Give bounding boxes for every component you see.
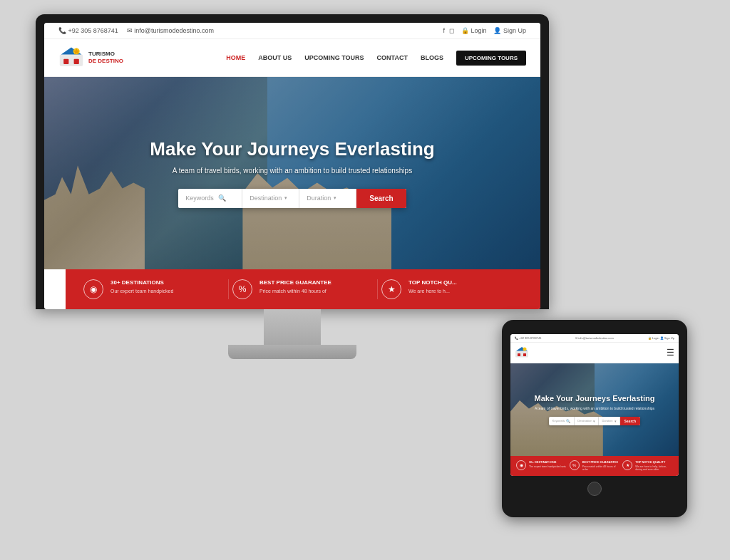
feature-quality: ★ TOP NOTCH QU... We are here to h... xyxy=(378,279,526,299)
instagram-icon[interactable]: ◻ xyxy=(449,27,454,34)
site-hero: Make Your Journeys Everlasting A team of… xyxy=(44,77,540,269)
monitor-stand-base xyxy=(228,345,356,359)
tablet-destination-chevron-icon: ▾ xyxy=(593,419,595,423)
tablet-auth: 🔒 Login 👤 Sign Up xyxy=(648,336,674,340)
keywords-text: Keywords xyxy=(185,195,214,202)
tablet-feature-quality-title: TOP NOTCH QUALITY xyxy=(635,460,673,464)
email-address: ✉ info@turismodedestino.com xyxy=(127,27,214,34)
signup-link[interactable]: 👤 Sign Up xyxy=(493,27,526,34)
tablet-duration-select[interactable]: Duration ▾ xyxy=(599,417,620,425)
tablet-search-icon: 🔍 xyxy=(566,419,570,423)
email-icon: ✉ xyxy=(127,27,133,34)
tablet-quality-icon: ★ xyxy=(622,460,632,470)
tablet-keywords-text: Keywords xyxy=(552,419,565,422)
svg-rect-9 xyxy=(523,353,526,356)
monitor-stand-neck xyxy=(264,309,321,345)
destination-text: Destination xyxy=(250,195,282,202)
features-left-strip xyxy=(44,269,66,309)
tablet-feature-price-desc: Price match within 48 hours of order xyxy=(582,465,620,472)
feature-destinations: ◉ 30+ DESTINATIONS Our expert team handp… xyxy=(80,279,229,299)
tablet-navbar: ☰ xyxy=(510,343,679,363)
tablet-feature-quality-desc: We are here to help, before, during and … xyxy=(635,465,673,472)
tablet-hero: Make Your Journeys Everlasting A team of… xyxy=(510,363,679,456)
svg-point-10 xyxy=(523,347,527,351)
phone-number: 📞 +92 305 8768741 xyxy=(58,27,118,34)
nav-links: HOME ABOUT US UPCOMING TOURS CONTACT BLO… xyxy=(226,51,526,66)
monitor-bezel: 📞 +92 305 8768741 ✉ info@turismodedestin… xyxy=(36,14,549,309)
tablet-keywords-input[interactable]: Keywords 🔍 xyxy=(549,417,575,425)
scene: 📞 +92 305 8768741 ✉ info@turismodedestin… xyxy=(0,0,730,560)
nav-contact[interactable]: CONTACT xyxy=(377,54,408,61)
feature-destinations-desc: Our expert team handpicked xyxy=(110,288,173,294)
tablet-device: 📞 +92 305 8768741 ✉ info@turismodedestin… xyxy=(502,320,687,517)
tablet-quality-text: TOP NOTCH QUALITY We are here to help, b… xyxy=(635,460,673,472)
topbar-right: f ◻ 🔒 Login 👤 Sign Up xyxy=(443,27,526,34)
tablet-menu-icon[interactable]: ☰ xyxy=(667,348,674,358)
tablet-bezel: 📞 +92 305 8768741 ✉ info@turismodedestin… xyxy=(502,320,687,517)
feature-destinations-text: 30+ DESTINATIONS Our expert team handpic… xyxy=(110,279,173,294)
feature-quality-desc: We are here to h... xyxy=(408,288,457,294)
phone-icon: 📞 xyxy=(58,27,66,34)
tablet-feature-destinations-title: 30+ DESTINATI ONS xyxy=(529,460,566,464)
feature-destinations-title: 30+ DESTINATIONS xyxy=(110,279,173,286)
logo-text: TURISMODE DESTINO xyxy=(88,51,123,64)
tablet-feature-destinations: ◉ 30+ DESTINATI ONS The expert team hand… xyxy=(516,460,567,472)
hero-content: Make Your Journeys Everlasting A team of… xyxy=(44,77,540,269)
site-logo[interactable]: TURISMODE DESTINO xyxy=(58,45,123,71)
tablet-home-button[interactable] xyxy=(587,482,602,496)
tablet-features: ◉ 30+ DESTINATI ONS The expert team hand… xyxy=(510,456,679,476)
tablet-search-bar: Keywords 🔍 Destination ▾ Duration ▾ xyxy=(549,417,640,425)
feature-price-text: BEST PRICE GUARANTEE Price match within … xyxy=(259,279,331,294)
site-topbar: 📞 +92 305 8768741 ✉ info@turismodedestin… xyxy=(44,23,540,39)
tablet-price-text: BEST PRICE GUARANTEE Price match within … xyxy=(582,460,620,472)
hero-title: Make Your Journeys Everlasting xyxy=(150,138,434,160)
features-section: ◉ 30+ DESTINATIONS Our expert team handp… xyxy=(44,269,540,309)
logo-svg xyxy=(58,45,84,71)
tablet-price-icon: % xyxy=(570,460,580,470)
tablet-destinations-text: 30+ DESTINATI ONS The expert team handpi… xyxy=(529,460,566,469)
tablet-hero-content: Make Your Journeys Everlasting A team of… xyxy=(510,363,679,456)
nav-about[interactable]: ABOUT US xyxy=(258,54,292,61)
tablet-hero-title: Make Your Journeys Everlasting xyxy=(535,394,655,403)
tablet-hero-subtitle: A team of travel birds, working with an … xyxy=(535,406,654,411)
search-bar: Keywords 🔍 Destination ▾ Duration ▾ xyxy=(178,189,406,208)
tablet-destination-text: Destination xyxy=(577,419,592,422)
svg-rect-0 xyxy=(60,55,83,66)
destination-chevron-icon: ▾ xyxy=(284,195,287,201)
hero-subtitle: A team of travel birds, working with an … xyxy=(173,167,412,175)
tablet-email: ✉ info@turismodedestino.com xyxy=(575,336,614,340)
search-icon: 🔍 xyxy=(218,195,226,202)
price-icon: % xyxy=(232,279,252,299)
login-link[interactable]: 🔒 Login xyxy=(461,27,487,34)
facebook-icon[interactable]: f xyxy=(443,27,445,34)
svg-rect-3 xyxy=(74,59,79,64)
tablet-feature-quality: ★ TOP NOTCH QUALITY We are here to help,… xyxy=(622,460,673,472)
tablet-feature-destinations-desc: The expert team handpicked sets xyxy=(529,465,566,469)
feature-price-desc: Price match within 48 hours of xyxy=(259,288,331,294)
svg-rect-2 xyxy=(63,59,68,64)
tablet-destination-select[interactable]: Destination ▾ xyxy=(575,417,599,425)
tablet-destinations-icon: ◉ xyxy=(516,460,526,470)
lock-icon: 🔒 xyxy=(461,27,469,34)
duration-select[interactable]: Duration ▾ xyxy=(299,189,356,208)
tablet-phone: 📞 +92 305 8768741 xyxy=(515,336,541,340)
nav-tours[interactable]: UPCOMING TOURS xyxy=(304,54,364,61)
tablet-search-button[interactable]: Search xyxy=(620,417,641,425)
features-bar: ◉ 30+ DESTINATIONS Our expert team handp… xyxy=(66,269,540,309)
destination-select[interactable]: Destination ▾ xyxy=(242,189,299,208)
tablet-screen: 📞 +92 305 8768741 ✉ info@turismodedestin… xyxy=(510,334,679,476)
search-button[interactable]: Search xyxy=(356,189,406,208)
tablet-logo-svg xyxy=(515,346,529,360)
nav-home[interactable]: HOME xyxy=(226,54,245,61)
svg-rect-6 xyxy=(515,351,528,357)
monitor-screen: 📞 +92 305 8768741 ✉ info@turismodedestin… xyxy=(44,23,540,309)
duration-text: Duration xyxy=(307,195,331,202)
keywords-input[interactable]: Keywords 🔍 xyxy=(178,189,242,208)
topbar-left: 📞 +92 305 8768741 ✉ info@turismodedestin… xyxy=(58,27,214,34)
feature-quality-title: TOP NOTCH QU... xyxy=(408,279,457,286)
nav-cta-button[interactable]: UPCOMING TOURS xyxy=(456,51,526,66)
tablet-duration-text: Duration xyxy=(602,419,612,422)
svg-rect-8 xyxy=(518,353,520,356)
social-icons: f ◻ xyxy=(443,27,454,34)
nav-blogs[interactable]: BLOGS xyxy=(421,54,443,61)
